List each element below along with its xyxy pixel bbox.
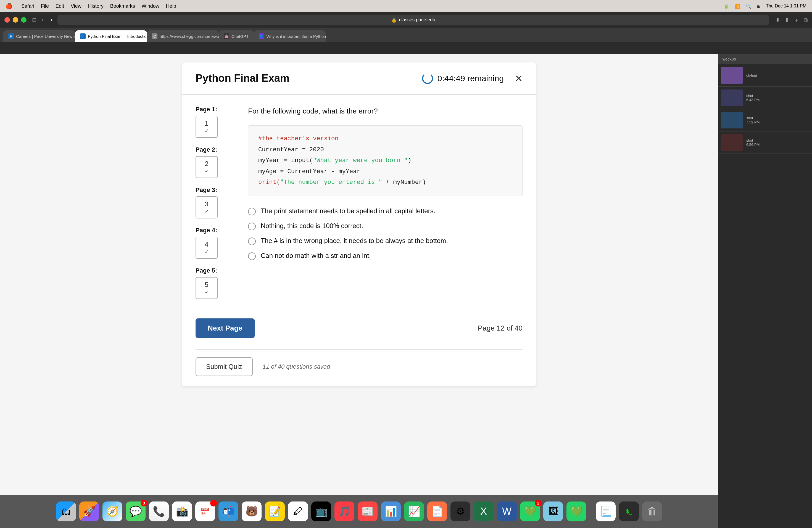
dock-numbers[interactable]: 📈 (404, 501, 424, 522)
exam-timer: 0:44:49 remaining ✕ (422, 73, 523, 84)
tab-icon-python: 🔵 (80, 33, 86, 39)
screenshot-thumb-1 (721, 67, 743, 84)
option-1-text: The print statement needs to be spelled … (261, 207, 435, 215)
option-2[interactable]: Nothing, this code is 100% correct. (248, 222, 523, 230)
dock-terminal[interactable]: $_ (619, 501, 639, 522)
tab-overview-icon[interactable]: ⧉ (804, 17, 808, 23)
new-tab-icon[interactable]: ＋ (794, 16, 799, 24)
menu-file[interactable]: File (41, 3, 49, 9)
tab-label-chatgpt: ChatGPT (231, 34, 249, 39)
dock-whatsapp[interactable]: 💚 2 (520, 501, 540, 522)
exam-header: Python Final Exam 0:44:49 remaining ✕ (182, 62, 536, 95)
minimize-window-button[interactable] (13, 17, 18, 23)
page-2-box[interactable]: 2 ✓ (195, 156, 218, 178)
dock-keynote[interactable]: 📊 (381, 501, 401, 522)
page-group-2: Page 2: 2 ✓ (195, 146, 231, 178)
dock-appletv[interactable]: 📺 (311, 501, 331, 522)
timer-spinner (422, 73, 433, 84)
tab-careers[interactable]: P Careers | Pace University New York (3, 30, 75, 42)
search-icon[interactable]: 🔍 (746, 4, 751, 9)
code-line-4: myAge = CurrentYear - myYear (258, 166, 512, 177)
page-3-label: Page 3: (195, 186, 231, 194)
option-4[interactable]: Can not do math with a str and an int. (248, 252, 523, 260)
dock-setapp[interactable]: ⚙ (450, 501, 470, 522)
address-text[interactable]: classes.pace.edu (399, 17, 435, 23)
next-page-button[interactable]: Next Page (195, 318, 255, 338)
screenshot-1: ek4out (718, 64, 812, 87)
page-5-check: ✓ (205, 289, 209, 295)
share-icon[interactable]: ⬆ (785, 17, 789, 23)
dock-launchpad[interactable]: 🚀 (79, 501, 99, 522)
close-window-button[interactable] (4, 17, 10, 23)
submit-quiz-button[interactable]: Submit Quiz (195, 357, 253, 376)
tab-label-python-file: Why is it important that a Python file..… (266, 34, 325, 39)
page-3-box[interactable]: 3 ✓ (195, 196, 218, 218)
control-center-icon[interactable]: ⊞ (757, 4, 760, 9)
dock: 🗂 🚀 🧭 💬 3 📞 📸 DEC 14 📬 🐻 📝 🖊 📺 🎵 📰 📊 📈 📄… (0, 495, 718, 528)
radio-2[interactable] (248, 223, 256, 230)
tab-chatgpt[interactable]: 🤖 ChatGPT (219, 30, 254, 42)
menu-history[interactable]: History (88, 3, 104, 9)
dock-excel[interactable]: X (474, 501, 494, 522)
tab-python-exam[interactable]: 🔵 Python Final Exam – Introduction to... (75, 30, 147, 42)
radio-3[interactable] (248, 237, 256, 245)
tab-python-file[interactable]: 🔵 Why is it important that a Python file… (254, 30, 325, 42)
right-panel-header: week3o (718, 54, 812, 64)
menu-bookmarks[interactable]: Bookmarks (110, 3, 135, 9)
page-4-label: Page 4: (195, 227, 231, 234)
screenshot-3: shot 7.59 PM (718, 109, 812, 131)
dock-documents[interactable]: 📃 (596, 501, 615, 522)
dock-calendar[interactable]: DEC 14 (195, 501, 215, 522)
screenshot-info-3: shot 7.59 PM (746, 116, 759, 124)
code-my-age: myAge = CurrentYear - myYear (258, 168, 360, 175)
page-group-4: Page 4: 4 ✓ (195, 227, 231, 259)
option-2-text: Nothing, this code is 100% correct. (261, 222, 363, 230)
download-icon[interactable]: ⬇ (775, 17, 780, 23)
menu-view[interactable]: View (71, 3, 82, 9)
sidebar-toggle-button[interactable]: ⊟ (32, 17, 37, 23)
page-4-check: ✓ (205, 249, 209, 255)
apple-menu[interactable]: 🍎 (5, 3, 12, 10)
lock-icon: 🔒 (391, 17, 397, 23)
radio-1[interactable] (248, 208, 256, 216)
dock-photos[interactable]: 📸 (172, 501, 192, 522)
dock-safari[interactable]: 🧭 (102, 501, 122, 522)
menu-edit[interactable]: Edit (56, 3, 64, 9)
dock-notes[interactable]: 📝 (265, 501, 285, 522)
radio-4[interactable] (248, 252, 256, 260)
exam-title: Python Final Exam (195, 72, 289, 84)
option-3[interactable]: The # is in the wrong place, it needs to… (248, 237, 523, 245)
screenshot-info-1: ek4out (746, 73, 757, 78)
dock-reminders[interactable]: 🐻 (242, 501, 262, 522)
close-exam-button[interactable]: ✕ (515, 73, 523, 84)
menu-safari[interactable]: Safari (21, 3, 34, 9)
dock-trash[interactable]: 🗑 (642, 501, 662, 522)
code-print-str: "The number you entered is " (280, 179, 382, 186)
option-1[interactable]: The print statement needs to be spelled … (248, 207, 523, 216)
dock-freeform[interactable]: 🖊 (288, 501, 308, 522)
code-my-year-suffix: ) (408, 157, 411, 164)
tab-chegg[interactable]: C https://www.chegg.com/homework-... (147, 30, 219, 42)
forward-button[interactable]: › (48, 15, 54, 25)
back-button[interactable]: ‹ (40, 15, 45, 25)
page-group-1: Page 1: 1 ✓ (195, 106, 231, 138)
page-5-box[interactable]: 5 ✓ (195, 277, 218, 299)
dock-finder[interactable]: 🗂 (56, 501, 76, 522)
address-bar[interactable]: 🔒 classes.pace.edu (57, 15, 769, 25)
page-1-box[interactable]: 1 ✓ (195, 116, 218, 138)
fullscreen-window-button[interactable] (21, 17, 27, 23)
dock-word[interactable]: W (497, 501, 517, 522)
dock-news[interactable]: 📰 (358, 501, 378, 522)
menu-window[interactable]: Window (142, 3, 159, 9)
whatsapp-badge: 2 (535, 500, 541, 507)
dock-music[interactable]: 🎵 (334, 501, 354, 522)
dock-preview[interactable]: 🖼 (543, 501, 563, 522)
page-4-box[interactable]: 4 ✓ (195, 237, 218, 259)
menu-help[interactable]: Help (166, 3, 176, 9)
dock-pages[interactable]: 📄 (427, 501, 447, 522)
dock-mail[interactable]: 📬 (218, 501, 238, 522)
exam-container: Python Final Exam 0:44:49 remaining ✕ Pa… (182, 62, 536, 386)
dock-messages[interactable]: 💬 3 (126, 501, 146, 522)
dock-whatsapp2[interactable]: 💚 (566, 501, 586, 522)
dock-contacts[interactable]: 📞 (149, 501, 169, 522)
